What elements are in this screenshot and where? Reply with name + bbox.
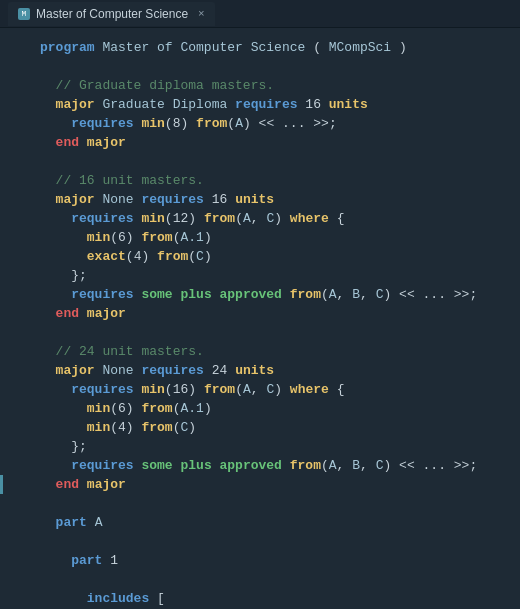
code-line: requires min(8) from(A) << ... >>; bbox=[40, 114, 520, 133]
code-line: major None requires 24 units bbox=[40, 361, 520, 380]
code-line: end major bbox=[40, 475, 520, 494]
code-line: requires some plus approved from(A, B, C… bbox=[40, 456, 520, 475]
code-line: part 1 bbox=[40, 551, 520, 570]
code-line: min(6) from(A.1) bbox=[40, 399, 520, 418]
tab-close-icon[interactable]: × bbox=[198, 8, 205, 20]
code-line bbox=[40, 532, 520, 551]
code-line: // Graduate diploma masters. bbox=[40, 76, 520, 95]
code-line bbox=[40, 494, 520, 513]
code-line: requires min(12) from(A, C) where { bbox=[40, 209, 520, 228]
code-line: includes [ bbox=[40, 589, 520, 608]
title-bar: M Master of Computer Science × bbox=[0, 0, 520, 28]
code-line bbox=[40, 57, 520, 76]
tab-icon: M bbox=[18, 8, 30, 20]
code-line: major Graduate Diploma requires 16 units bbox=[40, 95, 520, 114]
code-line: min(6) from(A.1) bbox=[40, 228, 520, 247]
code-line: requires some plus approved from(A, B, C… bbox=[40, 285, 520, 304]
code-line: end major bbox=[40, 304, 520, 323]
code-line: // 24 unit masters. bbox=[40, 342, 520, 361]
tab-title: Master of Computer Science bbox=[36, 7, 188, 21]
code-line: min(4) from(C) bbox=[40, 418, 520, 437]
code-line bbox=[40, 323, 520, 342]
code-line: // 16 unit masters. bbox=[40, 171, 520, 190]
code-line: major None requires 16 units bbox=[40, 190, 520, 209]
code-line: exact(4) from(C) bbox=[40, 247, 520, 266]
code-editor: program Master of Computer Science ( MCo… bbox=[0, 28, 520, 609]
code-line: }; bbox=[40, 437, 520, 456]
code-line: }; bbox=[40, 266, 520, 285]
code-line: end major bbox=[40, 133, 520, 152]
code-line: requires min(16) from(A, C) where { bbox=[40, 380, 520, 399]
code-line bbox=[40, 152, 520, 171]
code-line: part A bbox=[40, 513, 520, 532]
code-line: program Master of Computer Science ( MCo… bbox=[40, 38, 520, 57]
code-line bbox=[40, 570, 520, 589]
tab[interactable]: M Master of Computer Science × bbox=[8, 2, 215, 26]
